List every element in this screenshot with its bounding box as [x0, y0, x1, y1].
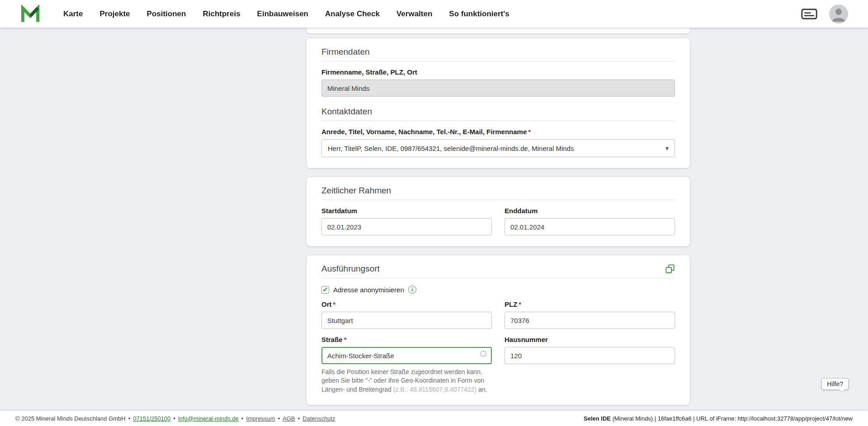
firmenname-label: Firmenname, Straße, PLZ, Ort [321, 68, 675, 76]
strasse-input[interactable] [321, 347, 492, 364]
anonymize-label: Adresse anonymisieren [333, 286, 404, 294]
copy-icon[interactable] [665, 264, 675, 274]
enddatum-input[interactable] [505, 218, 675, 235]
kontakt-select-value: Herr, TitelP, Selen, IDE, 0987/654321, s… [328, 145, 574, 152]
nav-item-verwalten[interactable]: Verwalten [396, 9, 432, 19]
enddatum-label: Enddatum [505, 207, 675, 215]
footer-separator: • [241, 415, 244, 422]
kontakt-select[interactable]: Herr, TitelP, Selen, IDE, 0987/654321, s… [321, 139, 675, 157]
footer-separator: • [278, 415, 280, 422]
kontakt-label-text: Anrede, Titel, Vorname, Nachname, Tel.-N… [321, 128, 527, 136]
nav-item-richtpreis[interactable]: Richtpreis [203, 9, 240, 19]
footer-separator: • [128, 415, 131, 422]
startdatum-field: Startdatum [321, 200, 492, 235]
ausfuehrungsort-header: Ausführungsort [321, 264, 675, 278]
section-title-zeitlicher-rahmen: Zeitlicher Rahmen [321, 186, 391, 196]
hausnummer-label: Hausnummer [505, 336, 675, 343]
nav-item-so-funktionierts[interactable]: So funktioniert's [449, 9, 509, 19]
strasse-field: Straße* Falls die Position keiner Straße… [321, 329, 492, 394]
form-content-column: Firmendaten Firmenname, Straße, PLZ, Ort… [307, 28, 690, 426]
helper-text-end: an. [476, 386, 487, 393]
section-title-firmendaten: Firmendaten [321, 47, 370, 57]
footer-left: © 2025 Mineral Minds Deutschland GmbH • … [15, 415, 335, 422]
startdatum-input[interactable] [321, 218, 492, 235]
info-icon[interactable]: i [408, 286, 416, 294]
nav-item-positionen[interactable]: Positionen [147, 9, 186, 19]
card-firmendaten: Firmendaten Firmenname, Straße, PLZ, Ort… [307, 38, 690, 168]
firmenname-input [321, 80, 675, 97]
plz-label: PLZ* [505, 300, 675, 308]
footer-email-link[interactable]: info@mineral-minds.de [178, 415, 239, 422]
nav-item-karte[interactable]: Karte [63, 9, 83, 19]
footer-impressum-link[interactable]: Impressum [246, 415, 275, 422]
nav-item-analyse-check[interactable]: Analyse Check [325, 9, 380, 19]
ort-label: Ort* [321, 300, 492, 308]
top-navbar: Karte Projekte Positionen Richtpreis Ein… [0, 0, 868, 28]
enddatum-field: Enddatum [505, 200, 675, 235]
footer-ide-details: (Mineral Minds) | 16fae1ffc6a6 | URL of … [611, 415, 853, 422]
zeitlicher-rahmen-header: Zeitlicher Rahmen [321, 186, 675, 200]
hausnummer-field: Hausnummer [505, 329, 675, 364]
startdatum-label: Startdatum [321, 207, 492, 215]
person-icon [829, 5, 848, 23]
help-button[interactable]: Hilfe? [821, 378, 849, 390]
brand-logo[interactable] [21, 5, 40, 23]
footer-ide-name: Selen IDE [584, 415, 611, 422]
ort-label-text: Ort [321, 300, 332, 308]
main-menu: Karte Projekte Positionen Richtpreis Ein… [63, 9, 526, 19]
nav-item-projekte[interactable]: Projekte [99, 9, 130, 19]
kontakt-label: Anrede, Titel, Vorname, Nachname, Tel.-N… [321, 128, 675, 136]
required-asterisk: * [519, 300, 521, 308]
mineral-minds-logo-icon [21, 5, 40, 23]
strasse-helper-text: Falls die Position keiner Straße zugeord… [321, 368, 492, 394]
anonymize-checkbox[interactable]: ✔ [321, 286, 329, 294]
anonymize-row: ✔ Adresse anonymisieren i [321, 286, 675, 294]
strasse-label-text: Straße [321, 336, 343, 343]
helper-text-coords: (z.B.: 48.8115607,9.4077422) [393, 386, 476, 393]
card-zeitlicher-rahmen: Zeitlicher Rahmen Startdatum Enddatum [307, 177, 690, 246]
check-icon: ✔ [322, 286, 328, 293]
card-ausfuehrungsort: Ausführungsort ✔ Adresse anonymisieren i… [307, 255, 690, 405]
section-title-kontaktdaten: Kontaktdaten [321, 107, 372, 117]
hausnummer-input[interactable] [505, 347, 675, 364]
footer-agb-link[interactable]: AGB [283, 415, 295, 422]
section-title-ausfuehrungsort: Ausführungsort [321, 264, 380, 274]
strasse-label: Straße* [321, 336, 492, 343]
footer-debug-info: Selen IDE (Mineral Minds) | 16fae1ffc6a6… [584, 415, 853, 422]
plz-label-text: PLZ [505, 300, 517, 308]
ort-field: Ort* [321, 294, 492, 329]
footer-bar: © 2025 Mineral Minds Deutschland GmbH • … [0, 411, 868, 426]
footer-phone-link[interactable]: 07151/250100 [133, 415, 170, 422]
user-avatar[interactable] [829, 5, 848, 23]
chevron-down-icon: ▾ [665, 145, 669, 152]
loading-spinner-icon [480, 351, 486, 357]
navbar-right-icons [801, 5, 848, 23]
required-asterisk: * [344, 336, 347, 343]
footer-separator: • [173, 415, 175, 422]
nav-item-einbauweisen[interactable]: Einbauweisen [257, 9, 308, 19]
firmendaten-header: Firmendaten [321, 47, 675, 61]
footer-copyright: © 2025 Mineral Minds Deutschland GmbH [15, 415, 126, 422]
footer-datenschutz-link[interactable]: Datenschutz [302, 415, 335, 422]
kontaktdaten-header: Kontaktdaten [321, 107, 675, 121]
plz-input[interactable] [505, 312, 675, 329]
plz-field: PLZ* [505, 294, 675, 329]
keyboard-icon[interactable] [801, 8, 817, 20]
required-asterisk: * [333, 300, 336, 308]
previous-card-partial [307, 28, 690, 33]
ort-input[interactable] [321, 312, 492, 329]
footer-separator: • [298, 415, 300, 422]
required-asterisk: * [528, 128, 531, 136]
